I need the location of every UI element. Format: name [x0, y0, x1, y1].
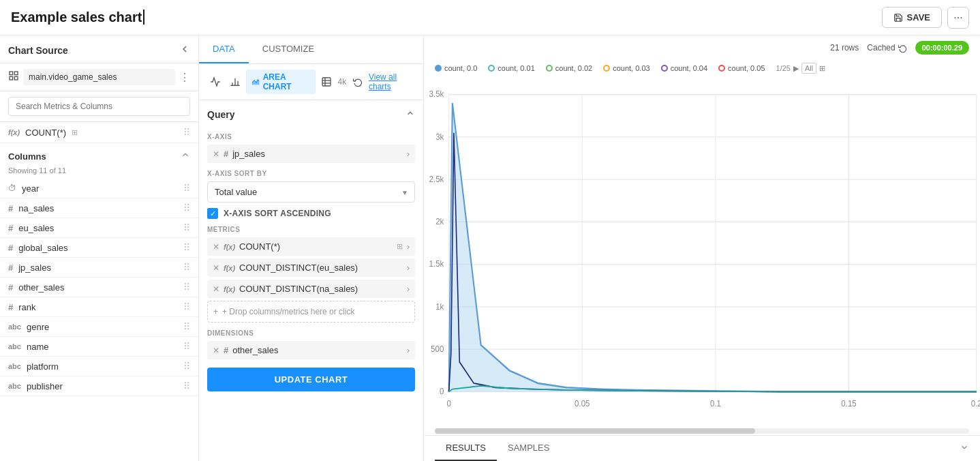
- tab-samples[interactable]: SAMPLES: [497, 436, 560, 461]
- table-icon[interactable]: [318, 72, 335, 91]
- area-chart-icon: [251, 77, 260, 87]
- fx-icon: f(x): [224, 264, 235, 272]
- area-chart-button[interactable]: AREA CHART: [246, 70, 315, 94]
- left-panel: Chart Source main.video_game_sales ⋮ f(x…: [0, 35, 199, 461]
- metric-item-left: f(x) COUNT(*) ⊞: [8, 128, 78, 138]
- svg-text:0.05: 0.05: [575, 398, 589, 408]
- refresh-icon[interactable]: [349, 72, 366, 91]
- hash-icon: #: [8, 282, 13, 293]
- legend-row: count, 0.0 count, 0.01 count, 0.02 count…: [424, 60, 980, 76]
- search-metrics-container: [0, 91, 198, 122]
- tab-customize[interactable]: CUSTOMIZE: [249, 35, 328, 63]
- abc-icon: abc: [8, 323, 21, 331]
- dimension-expand-icon[interactable]: ›: [407, 346, 410, 355]
- datasource-more-icon[interactable]: ⋮: [179, 71, 190, 84]
- legend-expand-icon[interactable]: ⊞: [819, 64, 825, 73]
- legend-prev-icon[interactable]: ▶: [793, 64, 799, 73]
- columns-collapse-icon[interactable]: [181, 150, 190, 162]
- col-name: jp_sales: [18, 263, 51, 273]
- hash-icon: #: [8, 203, 13, 213]
- metric-expand-icon[interactable]: ›: [407, 284, 410, 294]
- bar-chart-icon[interactable]: [227, 72, 244, 91]
- svg-text:0.15: 0.15: [841, 398, 856, 408]
- metric-expand-icon[interactable]: ›: [407, 263, 410, 273]
- results-expand-icon[interactable]: [960, 443, 969, 455]
- cached-label: Cached: [867, 43, 895, 53]
- drag-handle[interactable]: ⠿: [183, 321, 190, 332]
- collapse-left-icon[interactable]: [179, 44, 190, 57]
- metric-expand-icon[interactable]: ›: [407, 242, 410, 252]
- legend-all-icon[interactable]: All: [801, 63, 816, 74]
- tabs-row: DATA CUSTOMIZE: [199, 35, 423, 64]
- plus-icon: +: [213, 307, 218, 316]
- legend-color: [661, 65, 668, 72]
- legend-item: count, 0.02: [546, 64, 592, 72]
- legend-label: count, 0.03: [613, 64, 649, 72]
- dimension-remove-button[interactable]: ✕: [213, 346, 219, 355]
- dimension-value: other_sales: [232, 345, 403, 355]
- save-icon: [893, 13, 903, 23]
- metrics-drop-zone[interactable]: + + Drop columns/metrics here or click: [207, 301, 415, 323]
- middle-panel: DATA CUSTOMIZE AREA CHART 4k View all ch…: [199, 35, 424, 461]
- legend-label: count, 0.05: [728, 64, 765, 72]
- chart-bottom: RESULTS SAMPLES: [424, 435, 980, 461]
- scrollbar-thumb[interactable]: [435, 428, 755, 434]
- drag-handle[interactable]: ⠿: [183, 127, 190, 138]
- drag-handle[interactable]: ⠿: [183, 341, 190, 352]
- svg-rect-0: [10, 72, 13, 75]
- count-metric-item: f(x) COUNT(*) ⊞ ⠿: [0, 122, 198, 143]
- save-button[interactable]: SAVE: [882, 7, 942, 28]
- list-item: abc platform ⠿: [0, 357, 198, 376]
- topbar: Example sales chart SAVE ···: [0, 0, 980, 35]
- datasource-name[interactable]: main.video_game_sales: [23, 69, 175, 85]
- svg-text:3.5k: 3.5k: [429, 89, 444, 100]
- datasource-row: main.video_game_sales ⋮: [0, 63, 198, 91]
- table-icon: ⊞: [397, 242, 403, 251]
- svg-text:2.5k: 2.5k: [429, 174, 444, 184]
- list-item: # eu_sales ⠿: [0, 218, 198, 238]
- sort-ascending-label: X-AXIS SORT ASCENDING: [224, 209, 331, 218]
- columns-section: Columns Showing 11 of 11 ⏱ year ⠿ # na_s…: [0, 143, 198, 461]
- legend-item: count, 0.01: [488, 64, 534, 72]
- drag-handle[interactable]: ⠿: [183, 381, 190, 391]
- hash-icon: #: [8, 302, 13, 312]
- metric-label: COUNT_DISTINCT(na_sales): [239, 284, 403, 294]
- view-all-charts-link[interactable]: View all charts: [369, 72, 415, 91]
- drag-handle[interactable]: ⠿: [183, 203, 190, 213]
- sort-ascending-checkbox[interactable]: ✓: [207, 208, 218, 219]
- fx-icon: f(x): [224, 243, 235, 251]
- metric-label: COUNT(*): [239, 241, 393, 252]
- col-name: name: [27, 342, 49, 352]
- drag-handle[interactable]: ⠿: [183, 183, 190, 194]
- list-item: ⏱ year ⠿: [0, 179, 198, 198]
- legend-color: [718, 65, 725, 72]
- update-chart-button[interactable]: UPDATE CHART: [207, 368, 415, 391]
- drag-handle[interactable]: ⠿: [183, 262, 190, 273]
- line-chart-icon[interactable]: [207, 72, 224, 91]
- metric-remove-button[interactable]: ✕: [213, 263, 219, 273]
- drag-handle[interactable]: ⠿: [183, 222, 190, 233]
- abc-icon: abc: [8, 382, 21, 390]
- sort-select[interactable]: Total value: [207, 181, 415, 203]
- topbar-actions: SAVE ···: [882, 7, 969, 29]
- metric-remove-button[interactable]: ✕: [213, 284, 219, 294]
- tab-results[interactable]: RESULTS: [435, 436, 497, 461]
- metric-remove-button[interactable]: ✕: [213, 242, 219, 252]
- cached-badge: Cached: [867, 43, 906, 53]
- x-axis-expand-icon[interactable]: ›: [407, 149, 410, 159]
- tab-data[interactable]: DATA: [199, 35, 249, 63]
- chart-source-label: Chart Source: [8, 45, 68, 56]
- x-axis-remove-button[interactable]: ✕: [213, 149, 219, 159]
- hash-icon: #: [224, 149, 228, 159]
- drag-handle[interactable]: ⠿: [183, 282, 190, 293]
- drag-handle[interactable]: ⠿: [183, 242, 190, 253]
- query-collapse-icon[interactable]: [405, 108, 415, 121]
- more-options-button[interactable]: ···: [947, 7, 969, 29]
- dimension-chip: ✕ # other_sales ›: [207, 341, 415, 359]
- chart-scrollbar[interactable]: [435, 428, 969, 434]
- columns-header: Columns: [0, 143, 198, 165]
- legend-item: count, 0.03: [603, 64, 649, 72]
- drag-handle[interactable]: ⠿: [183, 361, 190, 372]
- search-input[interactable]: [8, 97, 190, 116]
- drag-handle[interactable]: ⠿: [183, 301, 190, 312]
